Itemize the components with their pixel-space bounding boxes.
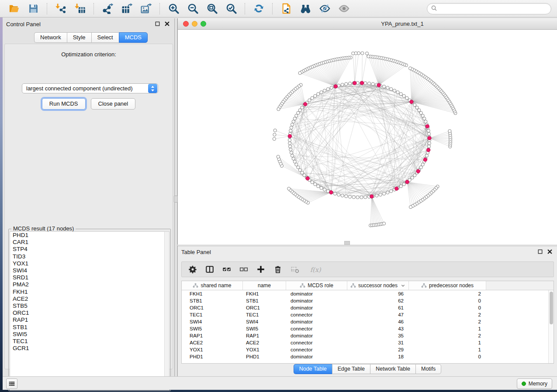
network-node[interactable] bbox=[323, 188, 326, 191]
hide-graphics-details-icon[interactable] bbox=[319, 3, 330, 14]
network-node[interactable] bbox=[277, 108, 280, 111]
network-node[interactable] bbox=[396, 91, 399, 94]
refresh-icon[interactable] bbox=[253, 3, 264, 14]
mcds-result-item[interactable]: SRD1 bbox=[10, 274, 169, 281]
network-node[interactable] bbox=[291, 123, 294, 126]
network-node[interactable] bbox=[345, 195, 348, 198]
zoom-in-icon[interactable] bbox=[168, 3, 179, 14]
network-node[interactable] bbox=[413, 103, 416, 107]
table-cell[interactable]: STB1 bbox=[243, 297, 286, 304]
network-node[interactable] bbox=[419, 111, 422, 114]
delete-column-icon[interactable] bbox=[273, 265, 283, 274]
network-node[interactable] bbox=[303, 174, 306, 177]
mcds-node[interactable] bbox=[353, 81, 356, 85]
network-canvas[interactable] bbox=[178, 30, 557, 244]
network-node[interactable] bbox=[448, 130, 451, 133]
mcds-result-item[interactable]: YOX1 bbox=[10, 260, 169, 267]
network-node[interactable] bbox=[425, 154, 428, 157]
select-all-icon[interactable] bbox=[222, 265, 232, 274]
network-node[interactable] bbox=[291, 154, 294, 157]
mcds-node[interactable] bbox=[410, 100, 413, 103]
network-node[interactable] bbox=[421, 114, 424, 117]
table-cell[interactable]: connector bbox=[286, 339, 347, 346]
table-cell[interactable]: 0 bbox=[409, 297, 486, 304]
network-node[interactable] bbox=[293, 160, 296, 163]
network-node[interactable] bbox=[273, 138, 276, 141]
mcds-result-item[interactable]: GCR1 bbox=[10, 345, 169, 352]
table-row[interactable]: YOX1YOX1connector291 bbox=[182, 346, 554, 353]
mcds-result-item[interactable]: CAR1 bbox=[10, 239, 169, 246]
network-node[interactable] bbox=[297, 111, 300, 114]
mcds-result-item[interactable]: SWI4 bbox=[10, 267, 169, 274]
network-node[interactable] bbox=[427, 145, 430, 148]
zoom-selected-icon[interactable] bbox=[225, 3, 237, 14]
network-node[interactable] bbox=[317, 93, 320, 96]
network-node[interactable] bbox=[375, 194, 378, 197]
table-cell[interactable]: 2 bbox=[409, 318, 486, 325]
network-node[interactable] bbox=[365, 52, 368, 55]
mcds-node[interactable] bbox=[334, 85, 337, 88]
network-file-icon[interactable] bbox=[280, 3, 292, 14]
network-node[interactable] bbox=[345, 83, 348, 86]
network-node[interactable] bbox=[386, 86, 389, 89]
tab-motifs[interactable]: Motifs bbox=[415, 364, 441, 374]
network-node[interactable] bbox=[273, 133, 276, 136]
mcds-result-item[interactable]: TEC1 bbox=[10, 338, 169, 345]
network-node[interactable] bbox=[295, 114, 298, 117]
tab-mcds[interactable]: MCDS bbox=[119, 32, 148, 43]
mcds-node[interactable] bbox=[423, 158, 427, 162]
close-panel-button[interactable]: Close panel bbox=[91, 98, 136, 110]
optimization-criterion-dropdown[interactable]: largest connected component (undirected) bbox=[22, 83, 158, 93]
network-node[interactable] bbox=[333, 192, 336, 195]
network-node[interactable] bbox=[352, 196, 355, 199]
table-scrollbar-thumb[interactable] bbox=[550, 292, 553, 324]
table-cell[interactable]: TEC1 bbox=[243, 311, 286, 318]
table-cell[interactable]: 2 bbox=[409, 311, 486, 318]
search-field[interactable] bbox=[427, 3, 551, 14]
table-cell[interactable]: 0 bbox=[409, 304, 486, 311]
network-node[interactable] bbox=[289, 148, 292, 151]
table-cell[interactable]: dominator bbox=[286, 318, 347, 325]
list-scrollbar-track[interactable] bbox=[164, 232, 169, 390]
network-node[interactable] bbox=[352, 52, 355, 55]
mcds-node[interactable] bbox=[428, 136, 431, 140]
table-cell[interactable]: 1 bbox=[409, 325, 486, 332]
table-cell[interactable]: 35 bbox=[347, 332, 409, 339]
column-header-shared-name[interactable]: shared name bbox=[182, 281, 243, 290]
table-cell[interactable]: ORC1 bbox=[182, 304, 243, 311]
network-node[interactable] bbox=[424, 120, 427, 123]
network-node[interactable] bbox=[311, 181, 314, 184]
mcds-result-item[interactable]: SWI5 bbox=[10, 331, 169, 338]
window-close-button[interactable] bbox=[183, 21, 189, 27]
network-node[interactable] bbox=[308, 99, 311, 102]
table-cell[interactable]: SWI4 bbox=[182, 318, 243, 325]
network-node[interactable] bbox=[367, 82, 370, 85]
mcds-result-item[interactable]: TID3 bbox=[10, 253, 169, 260]
table-row[interactable]: PHD1PHD1dominator180 bbox=[182, 353, 554, 360]
table-cell[interactable]: YOX1 bbox=[182, 346, 243, 353]
float-panel-icon[interactable] bbox=[537, 248, 544, 255]
mcds-node[interactable] bbox=[426, 124, 429, 128]
mcds-result-item[interactable]: ACE2 bbox=[10, 296, 169, 303]
mcds-node[interactable] bbox=[395, 187, 398, 190]
table-cell[interactable]: TEC1 bbox=[182, 311, 243, 318]
network-node[interactable] bbox=[360, 196, 363, 199]
mcds-node[interactable] bbox=[288, 134, 291, 138]
network-node[interactable] bbox=[367, 55, 370, 58]
table-cell[interactable]: PHD1 bbox=[243, 353, 286, 360]
table-cell[interactable]: ACE2 bbox=[243, 339, 286, 346]
import-network-icon[interactable] bbox=[55, 3, 66, 14]
memory-button[interactable]: Memory bbox=[517, 378, 552, 389]
network-node[interactable] bbox=[341, 83, 344, 86]
network-node[interactable] bbox=[293, 117, 296, 120]
network-node[interactable] bbox=[393, 89, 396, 92]
close-panel-icon[interactable] bbox=[164, 21, 171, 28]
network-node[interactable] bbox=[320, 186, 323, 189]
mcds-result-item[interactable]: STB5 bbox=[10, 303, 169, 309]
network-node[interactable] bbox=[428, 142, 431, 145]
zoom-out-icon[interactable] bbox=[187, 3, 198, 14]
table-cell[interactable]: ORC1 bbox=[243, 304, 286, 311]
network-node[interactable] bbox=[419, 166, 422, 169]
network-node[interactable] bbox=[382, 222, 385, 225]
mcds-node[interactable] bbox=[405, 180, 409, 184]
